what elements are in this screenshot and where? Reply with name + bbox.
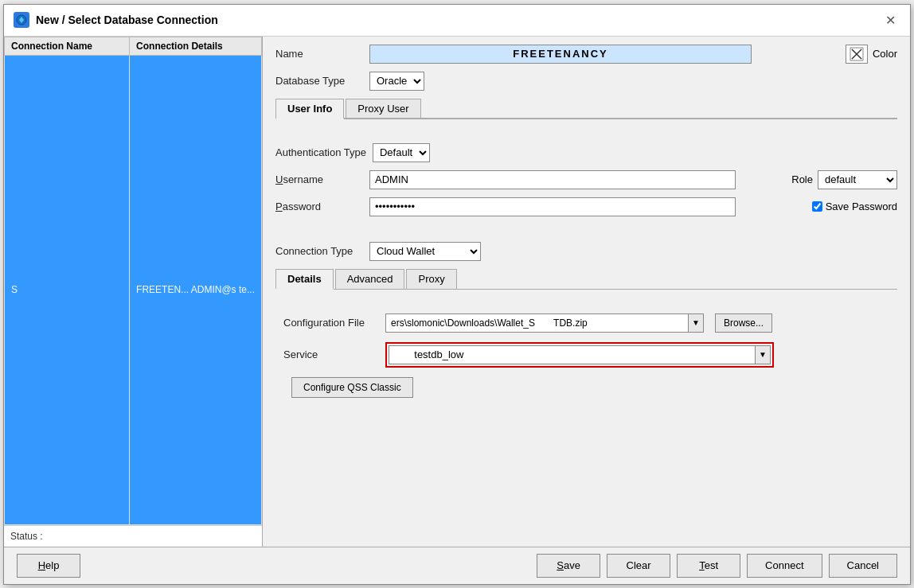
browse-button[interactable]: Browse... <box>715 313 772 333</box>
bottom-bar: Help Save Clear Test Connect Cancel <box>4 547 910 584</box>
cancel-button[interactable]: Cancel <box>829 554 897 578</box>
help-button[interactable]: Help <box>17 554 80 578</box>
color-icon[interactable] <box>846 45 868 64</box>
conn-type-label: Connection Type <box>275 245 363 257</box>
config-file-combo: ▼ <box>385 313 704 333</box>
service-input[interactable] <box>389 345 755 364</box>
tab-proxy-user[interactable]: Proxy User <box>346 99 420 118</box>
configure-row: Configure QSS Classic <box>283 377 897 398</box>
db-type-select[interactable]: Oracle <box>369 72 424 91</box>
clear-button[interactable]: Clear <box>607 554 670 578</box>
role-select[interactable]: default <box>818 170 897 189</box>
username-row: Username Role default <box>275 170 897 189</box>
status-bar: Status : <box>4 525 262 547</box>
color-group: Color <box>846 45 897 64</box>
configure-qss-button[interactable]: Configure QSS Classic <box>291 377 413 398</box>
main-content: Connection Name Connection Details S FRE… <box>4 37 910 547</box>
conn-type-select[interactable]: Cloud Wallet <box>369 242 481 261</box>
tab-advanced[interactable]: Advanced <box>335 269 405 289</box>
save-password-label: Save Password <box>826 201 897 212</box>
username-label: Username <box>275 173 363 185</box>
status-label: Status : <box>10 531 43 542</box>
auth-type-label: Authentication Type <box>275 146 366 158</box>
save-password-group: Save Password <box>812 201 897 212</box>
config-file-row: Configuration File ▼ Browse... <box>283 313 897 333</box>
auth-type-select[interactable]: Default <box>373 143 430 162</box>
main-dialog: New / Select Database Connection ✕ Conne… <box>3 4 911 585</box>
tab-user-info[interactable]: User Info <box>275 99 344 119</box>
col-connection-details: Connection Details <box>130 37 262 55</box>
service-combo: ▼ <box>389 345 771 364</box>
name-input[interactable] <box>369 45 752 64</box>
auth-type-row: Authentication Type Default <box>275 143 897 162</box>
color-label: Color <box>873 48 897 60</box>
service-row: Service ▼ <box>283 342 897 368</box>
left-panel: Connection Name Connection Details S FRE… <box>4 37 263 547</box>
close-button[interactable]: ✕ <box>881 11 900 29</box>
username-input[interactable] <box>369 170 736 189</box>
spacer1 <box>275 130 897 143</box>
col-connection-name: Connection Name <box>5 37 130 55</box>
config-file-arrow[interactable]: ▼ <box>688 313 704 333</box>
app-icon <box>14 12 29 28</box>
row-name: S <box>5 55 130 524</box>
role-label: Role <box>791 173 813 185</box>
db-type-row: Database Type Oracle <box>275 72 897 91</box>
row-details: FREETEN... ADMIN@s te... <box>130 55 262 524</box>
config-file-label: Configuration File <box>283 317 379 329</box>
spacer2 <box>275 224 897 237</box>
save-button[interactable]: Save <box>537 554 600 578</box>
test-button[interactable]: Test <box>677 554 740 578</box>
title-bar: New / Select Database Connection ✕ <box>4 5 910 37</box>
user-tab-bar: User Info Proxy User <box>275 99 897 119</box>
right-panel: Name Color Database Type <box>263 37 910 547</box>
tab-details[interactable]: Details <box>275 269 334 290</box>
conn-type-row: Connection Type Cloud Wallet <box>275 242 897 261</box>
config-file-input[interactable] <box>385 313 688 333</box>
name-row: Name Color <box>275 45 897 64</box>
role-group: Role default <box>791 170 897 189</box>
db-type-label: Database Type <box>275 75 363 87</box>
spacer3 <box>275 301 897 313</box>
service-arrow[interactable]: ▼ <box>755 345 771 364</box>
details-tab-bar: Details Advanced Proxy <box>275 269 897 290</box>
connection-table: Connection Name Connection Details S FRE… <box>4 37 262 525</box>
dialog-title: New / Select Database Connection <box>36 14 218 26</box>
save-password-checkbox[interactable] <box>812 201 822 212</box>
password-label: Password <box>275 201 363 212</box>
connect-button[interactable]: Connect <box>747 554 822 578</box>
table-row[interactable]: S FREETEN... ADMIN@s te... <box>5 55 262 524</box>
tab-proxy[interactable]: Proxy <box>406 269 456 289</box>
name-label: Name <box>275 48 363 60</box>
title-bar-left: New / Select Database Connection <box>14 12 218 28</box>
service-label: Service <box>283 349 379 360</box>
service-highlight: ▼ <box>385 342 774 368</box>
password-row: Password Save Password <box>275 197 897 216</box>
password-input[interactable] <box>369 197 736 216</box>
